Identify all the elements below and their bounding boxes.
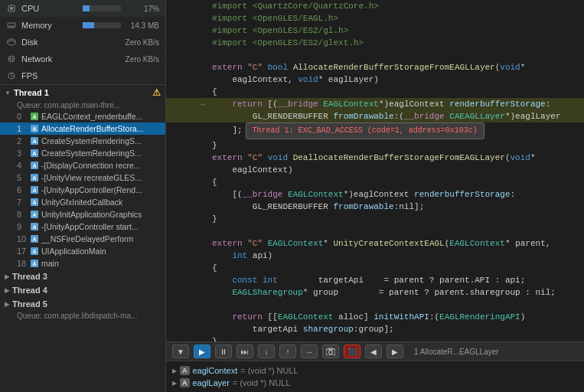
var-value-eagllayer: = (void *) NULL	[233, 378, 291, 387]
var-type-a2: A	[180, 378, 190, 387]
thread1-queue: Queue: com.apple.main-thre...	[0, 100, 165, 110]
disk-label: Disk	[21, 38, 121, 47]
pause-btn[interactable]: ▼	[172, 345, 189, 358]
thread4-header[interactable]: ▶ Thread 4	[0, 283, 165, 297]
frame-icon-10: A	[31, 235, 38, 243]
code-line	[166, 299, 584, 311]
thread5-chevron: ▶	[5, 301, 9, 308]
code-line: targetApi sharegroup:group];	[166, 323, 584, 335]
thread5-label: Thread 5	[12, 299, 47, 309]
thread4-chevron: ▶	[5, 287, 9, 294]
network-metric[interactable]: Network Zero KB/s	[0, 51, 165, 67]
memory-metric[interactable]: Memory 14.3 MB	[0, 17, 165, 34]
thread-item[interactable]: 9 A -[UnityAppController start...	[0, 220, 165, 233]
stop-btn[interactable]: ⬛	[344, 345, 361, 358]
cpu-icon	[6, 3, 17, 14]
svg-rect-1	[10, 7, 13, 10]
svg-point-7	[8, 41, 15, 45]
svg-line-12	[11, 76, 14, 77]
var-triangle-icon2: ▶	[172, 380, 177, 387]
step-over-btn[interactable]: ⏸	[215, 345, 232, 358]
frame-icon-1: A	[31, 125, 38, 132]
thread-item[interactable]: 3 A CreateSystemRenderingS...	[0, 147, 165, 159]
variables-panel: ▶ A eaglContext = (void *) NULL ▶ A eagl…	[166, 361, 584, 392]
var-name-eaglcontext: eaglContext	[193, 366, 238, 375]
code-panel: #import <QuartzCore/QuartzCore.h> #impor…	[166, 0, 584, 392]
code-line: #import <OpenGLES/ES2/glext.h>	[166, 37, 584, 49]
code-line: {	[166, 86, 584, 98]
code-line: const int targetApi = parent ? parent.AP…	[166, 274, 584, 286]
thread-item[interactable]: 10 A __NSFireDelayedPerform	[0, 233, 165, 245]
thread-item[interactable]: 7 A UnityGfxInitedCallback	[0, 196, 165, 208]
thread-item[interactable]: 18 A main	[0, 257, 165, 270]
forward-btn[interactable]: ▶	[387, 345, 403, 358]
memory-bar-container	[83, 22, 121, 28]
thread-list: ▼ Thread 1 ⚠ Queue: com.apple.main-thre.…	[0, 85, 165, 392]
code-line: {	[166, 262, 584, 274]
code-line: #import <OpenGLES/EAGL.h>	[166, 12, 584, 24]
frame-icon-3: A	[31, 149, 38, 157]
memory-value: 14.3 MB	[129, 21, 159, 30]
network-value: Zero KB/s	[126, 55, 159, 64]
code-line: GL_RENDERBUFFER fromDrawable:nil];	[166, 201, 584, 213]
code-line: eaglContext, void* eaglLayer)	[166, 74, 584, 86]
thread5-header[interactable]: ▶ Thread 5	[0, 297, 165, 311]
code-line: #import <QuartzCore/QuartzCore.h>	[166, 0, 584, 12]
thread-item-selected[interactable]: 1 A AllocateRenderBufferStora...	[0, 122, 165, 135]
frame-icon-6: A	[31, 186, 38, 194]
frame-icon-18: A	[31, 260, 38, 267]
thread1-label: Thread 1	[14, 88, 49, 97]
svg-point-14	[329, 351, 333, 354]
breadcrumb: 1 AllocateR...EAGLLayer	[414, 348, 578, 356]
memory-icon	[6, 20, 17, 31]
code-line-tooltip: ];Thread 1: EXC_BAD_ACCESS (code=1, addr…	[166, 122, 584, 139]
cpu-label: CPU	[21, 4, 78, 13]
frame-icon-7: A	[31, 198, 38, 206]
thread3-label: Thread 3	[12, 272, 47, 281]
var-name-eagllayer: eaglLayer	[193, 378, 230, 387]
thread-item[interactable]: 8 A UnityInitApplicationGraphics	[0, 208, 165, 220]
thread1-header[interactable]: ▼ Thread 1 ⚠	[0, 85, 165, 100]
code-line	[166, 49, 584, 61]
thread3-header[interactable]: ▶ Thread 3	[0, 270, 165, 283]
thread-item[interactable]: 5 A -[UnityView recreateGLES...	[0, 172, 165, 184]
cpu-metric[interactable]: CPU 17%	[0, 0, 165, 17]
metrics-section: CPU 17% Memory 14.3 MB Disk Zero KB/s	[0, 0, 165, 85]
memory-label: Memory	[21, 21, 78, 30]
back-btn[interactable]: ◀	[365, 345, 382, 358]
thread1-chevron: ▼	[5, 90, 11, 96]
thread-item[interactable]: 0 A EAGLContext_renderbuffe...	[0, 110, 165, 122]
code-line: return [[EAGLContext alloc] initWithAPI:…	[166, 311, 584, 323]
thread-item[interactable]: 2 A CreateSystemRenderingS...	[0, 135, 165, 147]
memory-bar	[83, 22, 94, 28]
code-line-highlighted: → return [(__bridge EAGLContext*)eaglCon…	[166, 98, 584, 110]
thread-item[interactable]: 6 A -[UnityAppController(Rend...	[0, 184, 165, 196]
frame-icon-2: A	[31, 137, 38, 145]
disk-metric[interactable]: Disk Zero KB/s	[0, 34, 165, 51]
code-line: }	[166, 139, 584, 152]
cpu-bar	[83, 5, 90, 11]
code-line-highlighted: GL_RENDERBUFFER fromDrawable:(__bridge C…	[166, 110, 584, 122]
continue-btn[interactable]: ▶	[194, 345, 210, 358]
thread5-queue: Queue: com.apple.libdispatch-ma...	[0, 311, 165, 321]
fps-label: FPS	[21, 71, 159, 80]
code-line: extern "C" void DeallocateRenderBufferSt…	[166, 152, 584, 164]
frame-icon-8: A	[31, 211, 38, 218]
code-editor[interactable]: #import <QuartzCore/QuartzCore.h> #impor…	[166, 0, 584, 341]
thread4-label: Thread 4	[12, 286, 47, 295]
thread-item[interactable]: 17 A UIApplicationMain	[0, 245, 165, 257]
frame-icon-5: A	[31, 174, 38, 181]
code-line: #import <OpenGLES/ES2/gl.h>	[166, 24, 584, 37]
code-line: extern "C" EAGLContext* UnityCreateConte…	[166, 237, 584, 250]
code-line: {	[166, 176, 584, 188]
step-up-btn[interactable]: ↑	[279, 345, 296, 358]
frame-icon-0: A	[31, 113, 38, 120]
fps-metric[interactable]: FPS	[0, 67, 165, 84]
var-type-a: A	[180, 366, 190, 375]
step-out-btn[interactable]: →	[301, 345, 318, 358]
code-line	[166, 225, 584, 237]
step-into-btn[interactable]: ⏭	[237, 345, 253, 358]
step-down-btn[interactable]: ↓	[258, 345, 275, 358]
thread-item[interactable]: 4 A -[DisplayConnection recre...	[0, 159, 165, 172]
camera-btn[interactable]	[322, 345, 339, 358]
